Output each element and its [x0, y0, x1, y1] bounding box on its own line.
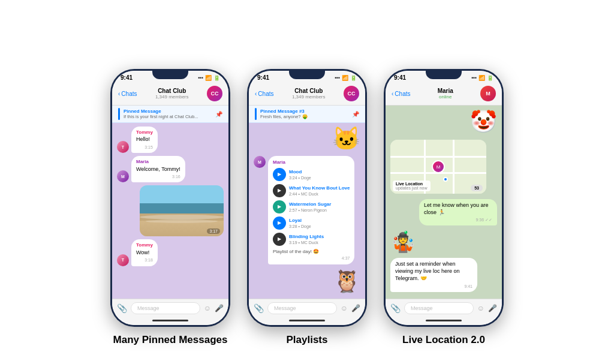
play-icon-blinding: ▶: [273, 233, 286, 246]
msg-time-letmeknow: 9:36 ✓✓: [424, 217, 492, 222]
phone-inner-playlists: 9:41 ▪▪▪ 📶 🔋 ‹ Chats Chat Club 1: [249, 71, 365, 325]
chat-body-1: T Tommy Hello! 3:15 M Maria Welcome, Tom…: [112, 123, 228, 299]
audio-icon-1[interactable]: 🎤: [215, 304, 224, 312]
bubble-tommy-hello: Tommy Hello! 3:15: [131, 127, 158, 153]
character-sticker-top: 🤡: [470, 109, 497, 134]
emoji-icon-3[interactable]: ☺: [477, 304, 484, 312]
avatar-maria-1: M: [117, 170, 129, 182]
play-icon-watermelon: ▶: [273, 200, 286, 213]
notch-3: [426, 71, 462, 79]
back-label-2: Chats: [258, 91, 273, 97]
bubble-letmeknow: Let me know when you are close 🏃 9:36 ✓✓: [419, 199, 497, 225]
chat-title-1: Chat Club: [137, 88, 207, 94]
wifi-icon-2: 📶: [342, 75, 348, 81]
label-playlists: Playlists: [287, 334, 328, 346]
msg-row-tommy-wow: T Tommy Wow! 3:18: [117, 239, 224, 266]
pinned-banner-1[interactable]: Pinned Message If this is your first nig…: [112, 106, 228, 123]
track-name-blinding: Blinding Lights: [289, 234, 350, 240]
status-bar-2: 9:41 ▪▪▪ 📶 🔋: [249, 71, 365, 83]
avatar-tommy-1: T: [117, 141, 129, 153]
time-2: 9:41: [257, 74, 269, 81]
status-icons-3: ▪▪▪ 📶 🔋: [471, 75, 493, 81]
phone-playlists: 9:41 ▪▪▪ 📶 🔋 ‹ Chats Chat Club 1: [247, 69, 367, 327]
pin-body-1: If this is your first night at Chat Club…: [124, 114, 198, 119]
map-location-dot: [443, 177, 448, 182]
group-avatar-2: CC: [344, 86, 359, 101]
msg-text-maria-1: Welcome, Tommy!: [136, 166, 180, 173]
clown-sticker: 🤹: [390, 230, 416, 254]
cat-sticker-row: 🐱: [254, 125, 360, 152]
track-name-wyklbl: What You Know Bout Love: [289, 185, 350, 191]
time-1: 9:41: [121, 74, 133, 81]
sender-maria-1: Maria: [136, 159, 180, 165]
message-input-1[interactable]: Message: [131, 302, 200, 314]
msg-time-reminder: 9:41: [395, 284, 472, 289]
wifi-icon-1: 📶: [205, 75, 212, 81]
track-info-watermelon: Watermelon Sugar 2:57 • Neron Pigeon: [289, 201, 350, 213]
msg-row-playlist: M Maria ▶ Mood 3:24 • Doge: [254, 156, 360, 264]
msg-text-tommy-1: Hello!: [136, 136, 153, 143]
road-h-1: [390, 156, 486, 158]
msg-row-letmeknow: Let me know when you are close 🏃 9:36 ✓✓: [390, 199, 497, 225]
label-pinned: Many Pinned Messages: [113, 334, 228, 346]
attach-icon-1[interactable]: 📎: [117, 303, 127, 313]
track-watermelon[interactable]: ▶ Watermelon Sugar 2:57 • Neron Pigeon: [273, 200, 350, 213]
phone-inner-pinned: 9:41 ▪▪▪ 📶 🔋 ‹ Chats Chat Club 1: [112, 71, 228, 325]
msg-row-maria-1: M Maria Welcome, Tommy! 3:16: [117, 156, 224, 182]
chat-info-2: Chat Club 1,349 members: [273, 88, 344, 100]
message-input-2[interactable]: Message: [267, 302, 337, 314]
pin-body-2: Fresh files, anyone? 🤑: [260, 114, 308, 119]
track-meta-wyklbl: 2:44 • MC Duck: [289, 191, 350, 197]
back-button-2[interactable]: ‹ Chats: [255, 91, 273, 97]
battery-icon-3: 🔋: [487, 75, 493, 81]
track-name-loyal: Loyal: [289, 218, 350, 224]
track-blinding[interactable]: ▶ Blinding Lights 3:19 • MC Duck: [273, 233, 350, 246]
play-icon-wyklbl: ▶: [273, 184, 286, 197]
chat-nav-1: ‹ Chats Chat Club 1,349 members CC: [112, 83, 228, 106]
road-v-2: [453, 140, 455, 194]
audio-icon-3[interactable]: 🎤: [488, 304, 497, 312]
attach-icon-2[interactable]: 📎: [254, 303, 264, 313]
chat-info-3: Maria online: [410, 88, 480, 100]
track-wyklbl[interactable]: ▶ What You Know Bout Love 2:44 • MC Duck: [273, 184, 350, 197]
chat-subtitle-2: 1,349 members: [273, 94, 344, 100]
phone-section-playlists: 9:41 ▪▪▪ 📶 🔋 ‹ Chats Chat Club 1: [247, 69, 367, 346]
pin-icon-1: 📌: [215, 111, 222, 118]
track-loyal[interactable]: ▶ Loyal 3:28 • Doge: [273, 216, 350, 230]
pin-title-2: Pinned Message #3: [260, 109, 308, 114]
bubble-reminder: Just set a reminder when viewing my live…: [390, 258, 477, 291]
emoji-icon-2[interactable]: ☺: [341, 304, 348, 312]
avatar-maria-2: M: [254, 156, 266, 168]
phone-location: 9:41 ▪▪▪ 📶 🔋 ‹ Chats Maria onlin: [384, 69, 504, 327]
playlist-bubble: Maria ▶ Mood 3:24 • Doge: [268, 156, 354, 264]
input-placeholder-3: Message: [411, 305, 433, 311]
input-placeholder-2: Message: [274, 305, 296, 311]
signal-icon-3: ▪▪▪: [471, 75, 477, 80]
home-bar-3: [386, 317, 502, 325]
track-info-loyal: Loyal 3:28 • Doge: [289, 218, 350, 229]
home-indicator-3: [426, 320, 462, 321]
play-icon-mood: ▶: [273, 168, 286, 181]
back-button-3[interactable]: ‹ Chats: [392, 91, 410, 97]
status-bar-3: 9:41 ▪▪▪ 📶 🔋: [386, 71, 502, 83]
maria-avatar-nav: M: [480, 86, 496, 101]
map-bubble[interactable]: M Live Locationupdates just now 53: [390, 140, 486, 194]
track-mood[interactable]: ▶ Mood 3:24 • Doge: [273, 168, 350, 181]
track-meta-watermelon: 2:57 • Neron Pigeon: [289, 207, 350, 213]
showcase: 9:41 ▪▪▪ 📶 🔋 ‹ Chats Chat Club 1: [0, 0, 614, 364]
pin-content-2: Pinned Message #3 Fresh files, anyone? 🤑: [260, 109, 308, 119]
back-button-1[interactable]: ‹ Chats: [118, 91, 137, 97]
input-bar-1: 📎 Message ☺ 🎤: [112, 299, 228, 317]
chat-body-2: 🐱 M Maria ▶ Mood 3:24 • Doge: [249, 123, 365, 299]
status-bar-1: 9:41 ▪▪▪ 📶 🔋: [112, 71, 228, 83]
message-input-3[interactable]: Message: [404, 302, 474, 314]
play-icon-loyal: ▶: [273, 216, 286, 230]
attach-icon-3[interactable]: 📎: [390, 303, 401, 313]
emoji-icon-1[interactable]: ☺: [204, 304, 211, 312]
input-bar-2: 📎 Message ☺ 🎤: [249, 299, 365, 317]
home-indicator-1: [152, 320, 188, 321]
phone-section-location: 9:41 ▪▪▪ 📶 🔋 ‹ Chats Maria onlin: [384, 69, 504, 346]
chat-body-3: 🤡 M: [386, 106, 502, 299]
audio-icon-2[interactable]: 🎤: [351, 304, 360, 312]
pinned-banner-2[interactable]: Pinned Message #3 Fresh files, anyone? 🤑…: [249, 106, 365, 123]
